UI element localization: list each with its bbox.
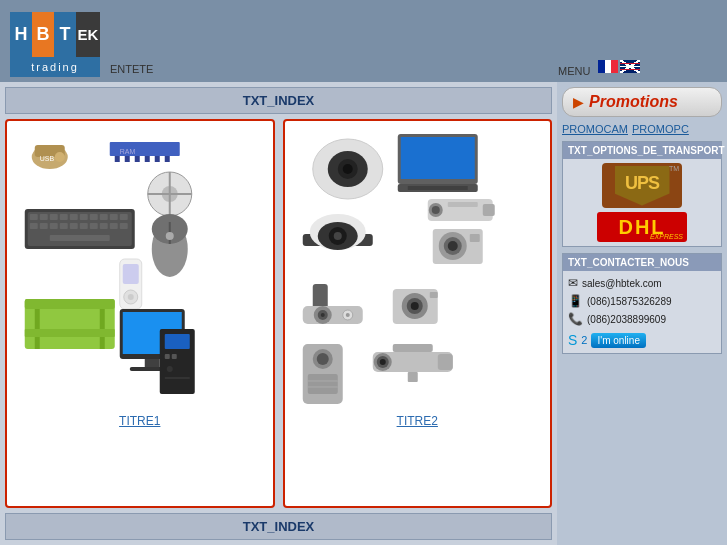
product-images-2 bbox=[293, 129, 543, 409]
svg-rect-59 bbox=[172, 354, 177, 359]
flags bbox=[598, 60, 640, 73]
svg-rect-36 bbox=[110, 223, 118, 229]
svg-point-78 bbox=[447, 241, 457, 251]
svg-rect-20 bbox=[50, 214, 58, 220]
svg-rect-54 bbox=[145, 359, 160, 367]
svg-rect-29 bbox=[40, 223, 48, 229]
menu-label: MENU bbox=[558, 65, 590, 77]
logo-trading: trading bbox=[10, 57, 100, 77]
svg-rect-8 bbox=[145, 156, 150, 162]
ups-text: UPS bbox=[625, 173, 659, 194]
svg-rect-7 bbox=[135, 156, 140, 162]
transport-box: TXT_OPTIONS_DE_TRANSPORT UPS TM DHL EXPR… bbox=[562, 141, 722, 247]
product-grid: USB RAM bbox=[5, 119, 552, 508]
svg-rect-22 bbox=[70, 214, 78, 220]
promotions-label: Promotions bbox=[589, 93, 678, 111]
contact-content: ✉ sales@hbtek.com 📱 (086)15875326289 📞 (… bbox=[563, 271, 721, 353]
svg-rect-28 bbox=[30, 223, 38, 229]
svg-point-42 bbox=[166, 232, 174, 240]
svg-rect-37 bbox=[120, 223, 128, 229]
svg-rect-25 bbox=[100, 214, 108, 220]
sidebar: ▶ Promotions PROMOCAM PROMOPC TXT_OPTION… bbox=[557, 82, 727, 545]
product-images-1: USB RAM bbox=[15, 129, 265, 409]
svg-text:RAM: RAM bbox=[120, 148, 136, 155]
promotions-button[interactable]: ▶ Promotions bbox=[562, 87, 722, 117]
contact-title: TXT_CONTACTER_NOUS bbox=[563, 254, 721, 271]
svg-rect-10 bbox=[165, 156, 170, 162]
svg-point-95 bbox=[410, 302, 418, 310]
svg-rect-35 bbox=[100, 223, 108, 229]
svg-rect-67 bbox=[400, 137, 474, 179]
contact-phone1: (086)15875326289 bbox=[587, 296, 672, 307]
contact-email: sales@hbtek.com bbox=[582, 278, 662, 289]
svg-rect-71 bbox=[482, 204, 494, 216]
index-bar-top: TXT_INDEX bbox=[5, 87, 552, 114]
contact-phone2: (086)2038899609 bbox=[587, 314, 666, 325]
logo-h: H bbox=[10, 12, 32, 57]
product-title-2[interactable]: TITRE2 bbox=[397, 414, 438, 428]
index-bar-bottom: TXT_INDEX bbox=[5, 513, 552, 540]
promo-arrow-icon: ▶ bbox=[573, 94, 584, 110]
transport-title: TXT_OPTIONS_DE_TRANSPORT bbox=[563, 142, 721, 159]
svg-rect-24 bbox=[90, 214, 98, 220]
svg-rect-61 bbox=[165, 377, 190, 379]
skype-row: S 2 I'm online bbox=[568, 332, 716, 348]
skype-button[interactable]: I'm online bbox=[591, 333, 646, 348]
svg-point-73 bbox=[431, 206, 439, 214]
dhl-logo: DHL EXPRESS bbox=[597, 212, 687, 242]
ups-tm: TM bbox=[669, 165, 679, 172]
svg-point-84 bbox=[333, 232, 341, 240]
skype-icon: S bbox=[568, 332, 577, 348]
promopc-link[interactable]: PROMOPC bbox=[632, 123, 689, 135]
product-card-1: USB RAM bbox=[5, 119, 275, 508]
contact-box: TXT_CONTACTER_NOUS ✉ sales@hbtek.com 📱 (… bbox=[562, 253, 722, 354]
svg-point-99 bbox=[316, 353, 328, 365]
flag-fr[interactable] bbox=[598, 60, 618, 73]
svg-point-46 bbox=[128, 294, 134, 300]
logo: H B T EK trading bbox=[10, 12, 100, 77]
svg-point-89 bbox=[320, 313, 324, 317]
svg-rect-33 bbox=[80, 223, 88, 229]
flag-uk[interactable] bbox=[620, 60, 640, 73]
svg-rect-85 bbox=[312, 284, 327, 309]
svg-point-106 bbox=[379, 359, 385, 365]
promocam-link[interactable]: PROMOCAM bbox=[562, 123, 628, 135]
svg-rect-108 bbox=[392, 344, 432, 352]
transport-logos: UPS TM DHL EXPRESS bbox=[563, 159, 721, 246]
svg-point-2 bbox=[55, 152, 65, 162]
logo-ek: EK bbox=[76, 12, 100, 57]
svg-rect-27 bbox=[120, 214, 128, 220]
contact-phone1-row: 📱 (086)15875326289 bbox=[568, 294, 716, 308]
svg-rect-48 bbox=[25, 299, 115, 309]
svg-point-91 bbox=[345, 313, 349, 317]
svg-rect-30 bbox=[50, 223, 58, 229]
contact-phone2-row: 📞 (086)2038899609 bbox=[568, 312, 716, 326]
ups-shield: UPS bbox=[615, 166, 670, 206]
product-title-1[interactable]: TITRE1 bbox=[119, 414, 160, 428]
svg-rect-31 bbox=[60, 223, 68, 229]
svg-rect-19 bbox=[40, 214, 48, 220]
svg-rect-23 bbox=[80, 214, 88, 220]
svg-rect-74 bbox=[447, 202, 477, 207]
svg-point-60 bbox=[167, 366, 173, 372]
logo-b: B bbox=[32, 12, 54, 57]
product-card-2: TITRE2 bbox=[283, 119, 553, 508]
svg-rect-6 bbox=[125, 156, 130, 162]
svg-point-65 bbox=[342, 164, 352, 174]
svg-rect-96 bbox=[429, 292, 437, 298]
content-area: TXT_INDEX USB bbox=[0, 82, 557, 545]
svg-rect-26 bbox=[110, 214, 118, 220]
svg-text:USB: USB bbox=[40, 155, 55, 162]
svg-rect-58 bbox=[165, 354, 170, 359]
svg-rect-18 bbox=[30, 214, 38, 220]
entete-label: ENTETE bbox=[110, 63, 153, 75]
svg-rect-5 bbox=[115, 156, 120, 162]
main-layout: TXT_INDEX USB bbox=[0, 82, 727, 545]
svg-rect-34 bbox=[90, 223, 98, 229]
svg-rect-32 bbox=[70, 223, 78, 229]
svg-rect-21 bbox=[60, 214, 68, 220]
contact-email-row: ✉ sales@hbtek.com bbox=[568, 276, 716, 290]
email-icon: ✉ bbox=[568, 276, 578, 290]
promo-links: PROMOCAM PROMOPC bbox=[562, 123, 722, 135]
svg-rect-38 bbox=[50, 235, 110, 241]
